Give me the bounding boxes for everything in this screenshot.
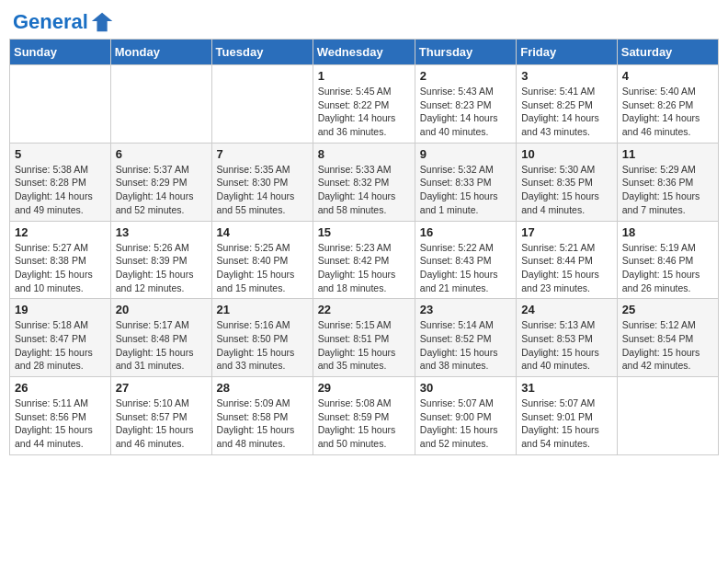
day-info: Sunrise: 5:14 AM Sunset: 8:52 PM Dayligh…: [420, 318, 511, 373]
calendar-cell: 31Sunrise: 5:07 AM Sunset: 9:01 PM Dayli…: [517, 377, 618, 455]
calendar-cell: [617, 377, 718, 455]
weekday-header: Thursday: [415, 40, 516, 65]
day-info: Sunrise: 5:38 AM Sunset: 8:28 PM Dayligh…: [15, 163, 106, 217]
weekday-header: Sunday: [10, 40, 111, 65]
calendar-cell: 9Sunrise: 5:32 AM Sunset: 8:33 PM Daylig…: [415, 143, 516, 221]
day-number: 6: [116, 147, 207, 161]
calendar-cell: 11Sunrise: 5:29 AM Sunset: 8:36 PM Dayli…: [617, 143, 718, 221]
calendar-cell: 18Sunrise: 5:19 AM Sunset: 8:46 PM Dayli…: [617, 221, 718, 299]
day-number: 17: [521, 225, 612, 239]
calendar-cell: 24Sunrise: 5:13 AM Sunset: 8:53 PM Dayli…: [517, 299, 618, 377]
calendar-cell: 8Sunrise: 5:33 AM Sunset: 8:32 PM Daylig…: [313, 143, 415, 221]
day-number: 28: [217, 381, 308, 395]
calendar-cell: [10, 65, 111, 144]
day-number: 26: [15, 381, 106, 395]
day-number: 24: [521, 303, 612, 316]
calendar-cell: 23Sunrise: 5:14 AM Sunset: 8:52 PM Dayli…: [415, 299, 516, 377]
calendar-cell: 1Sunrise: 5:45 AM Sunset: 8:22 PM Daylig…: [313, 65, 415, 144]
day-number: 15: [318, 225, 410, 239]
day-info: Sunrise: 5:40 AM Sunset: 8:26 PM Dayligh…: [622, 85, 713, 139]
day-info: Sunrise: 5:22 AM Sunset: 8:43 PM Dayligh…: [420, 241, 511, 295]
calendar-cell: 22Sunrise: 5:15 AM Sunset: 8:51 PM Dayli…: [313, 299, 415, 377]
day-info: Sunrise: 5:41 AM Sunset: 8:25 PM Dayligh…: [521, 85, 612, 139]
weekday-header: Saturday: [617, 40, 718, 65]
day-number: 11: [622, 147, 713, 161]
logo-text: General: [13, 10, 88, 34]
calendar-week-row: 19Sunrise: 5:18 AM Sunset: 8:47 PM Dayli…: [10, 299, 719, 377]
calendar-cell: 10Sunrise: 5:30 AM Sunset: 8:35 PM Dayli…: [517, 143, 618, 221]
day-info: Sunrise: 5:13 AM Sunset: 8:53 PM Dayligh…: [521, 318, 612, 373]
day-info: Sunrise: 5:08 AM Sunset: 8:59 PM Dayligh…: [318, 396, 410, 451]
day-info: Sunrise: 5:07 AM Sunset: 9:01 PM Dayligh…: [521, 396, 612, 451]
day-info: Sunrise: 5:21 AM Sunset: 8:44 PM Dayligh…: [521, 241, 612, 295]
calendar-cell: 12Sunrise: 5:27 AM Sunset: 8:38 PM Dayli…: [10, 221, 111, 299]
day-info: Sunrise: 5:37 AM Sunset: 8:29 PM Dayligh…: [116, 163, 207, 217]
day-number: 19: [15, 303, 106, 316]
day-info: Sunrise: 5:17 AM Sunset: 8:48 PM Dayligh…: [116, 318, 207, 373]
day-info: Sunrise: 5:09 AM Sunset: 8:58 PM Dayligh…: [217, 396, 308, 451]
day-info: Sunrise: 5:12 AM Sunset: 8:54 PM Dayligh…: [622, 318, 713, 373]
calendar-cell: 7Sunrise: 5:35 AM Sunset: 8:30 PM Daylig…: [211, 143, 313, 221]
day-number: 3: [521, 69, 612, 83]
day-info: Sunrise: 5:18 AM Sunset: 8:47 PM Dayligh…: [15, 318, 106, 373]
day-info: Sunrise: 5:33 AM Sunset: 8:32 PM Dayligh…: [318, 163, 410, 217]
day-info: Sunrise: 5:30 AM Sunset: 8:35 PM Dayligh…: [521, 163, 612, 217]
day-info: Sunrise: 5:11 AM Sunset: 8:56 PM Dayligh…: [15, 396, 106, 451]
day-info: Sunrise: 5:15 AM Sunset: 8:51 PM Dayligh…: [318, 318, 410, 373]
calendar-week-row: 12Sunrise: 5:27 AM Sunset: 8:38 PM Dayli…: [10, 221, 719, 299]
calendar-cell: 21Sunrise: 5:16 AM Sunset: 8:50 PM Dayli…: [211, 299, 313, 377]
day-number: 27: [116, 381, 207, 395]
day-number: 2: [420, 69, 511, 83]
svg-marker-0: [92, 13, 112, 32]
day-number: 13: [116, 225, 207, 239]
day-number: 31: [521, 381, 612, 395]
day-info: Sunrise: 5:32 AM Sunset: 8:33 PM Dayligh…: [420, 163, 511, 217]
page-header: General: [9, 9, 719, 31]
day-number: 29: [318, 381, 410, 395]
calendar-cell: [211, 65, 313, 144]
calendar-cell: 5Sunrise: 5:38 AM Sunset: 8:28 PM Daylig…: [10, 143, 111, 221]
calendar-cell: 4Sunrise: 5:40 AM Sunset: 8:26 PM Daylig…: [617, 65, 718, 144]
day-info: Sunrise: 5:29 AM Sunset: 8:36 PM Dayligh…: [622, 163, 713, 217]
calendar-week-row: 26Sunrise: 5:11 AM Sunset: 8:56 PM Dayli…: [10, 377, 719, 455]
day-number: 20: [116, 303, 207, 316]
day-info: Sunrise: 5:26 AM Sunset: 8:39 PM Dayligh…: [116, 241, 207, 295]
day-number: 10: [521, 147, 612, 161]
calendar-cell: [110, 65, 211, 144]
calendar-header-row: SundayMondayTuesdayWednesdayThursdayFrid…: [10, 40, 719, 65]
weekday-header: Wednesday: [313, 40, 415, 65]
day-number: 16: [420, 225, 511, 239]
day-info: Sunrise: 5:10 AM Sunset: 8:57 PM Dayligh…: [116, 396, 207, 451]
calendar-cell: 20Sunrise: 5:17 AM Sunset: 8:48 PM Dayli…: [110, 299, 211, 377]
day-number: 8: [318, 147, 410, 161]
calendar-week-row: 1Sunrise: 5:45 AM Sunset: 8:22 PM Daylig…: [10, 65, 719, 144]
weekday-header: Tuesday: [211, 40, 313, 65]
day-number: 12: [15, 225, 106, 239]
logo-icon: [90, 9, 116, 35]
day-info: Sunrise: 5:35 AM Sunset: 8:30 PM Dayligh…: [217, 163, 308, 217]
calendar-cell: 27Sunrise: 5:10 AM Sunset: 8:57 PM Dayli…: [110, 377, 211, 455]
day-number: 4: [622, 69, 713, 83]
day-number: 25: [622, 303, 713, 316]
day-number: 23: [420, 303, 511, 316]
calendar-cell: 3Sunrise: 5:41 AM Sunset: 8:25 PM Daylig…: [517, 65, 618, 144]
day-number: 21: [217, 303, 308, 316]
day-info: Sunrise: 5:19 AM Sunset: 8:46 PM Dayligh…: [622, 241, 713, 295]
day-info: Sunrise: 5:16 AM Sunset: 8:50 PM Dayligh…: [217, 318, 308, 373]
day-number: 30: [420, 381, 511, 395]
day-number: 18: [622, 225, 713, 239]
calendar-table: SundayMondayTuesdayWednesdayThursdayFrid…: [9, 39, 719, 455]
calendar-cell: 13Sunrise: 5:26 AM Sunset: 8:39 PM Dayli…: [110, 221, 211, 299]
logo: General: [13, 9, 116, 31]
day-info: Sunrise: 5:25 AM Sunset: 8:40 PM Dayligh…: [217, 241, 308, 295]
day-number: 5: [15, 147, 106, 161]
day-info: Sunrise: 5:27 AM Sunset: 8:38 PM Dayligh…: [15, 241, 106, 295]
day-info: Sunrise: 5:45 AM Sunset: 8:22 PM Dayligh…: [318, 85, 410, 139]
day-number: 7: [217, 147, 308, 161]
calendar-week-row: 5Sunrise: 5:38 AM Sunset: 8:28 PM Daylig…: [10, 143, 719, 221]
weekday-header: Friday: [517, 40, 618, 65]
day-info: Sunrise: 5:07 AM Sunset: 9:00 PM Dayligh…: [420, 396, 511, 451]
calendar-cell: 28Sunrise: 5:09 AM Sunset: 8:58 PM Dayli…: [211, 377, 313, 455]
calendar-cell: 16Sunrise: 5:22 AM Sunset: 8:43 PM Dayli…: [415, 221, 516, 299]
day-info: Sunrise: 5:23 AM Sunset: 8:42 PM Dayligh…: [318, 241, 410, 295]
